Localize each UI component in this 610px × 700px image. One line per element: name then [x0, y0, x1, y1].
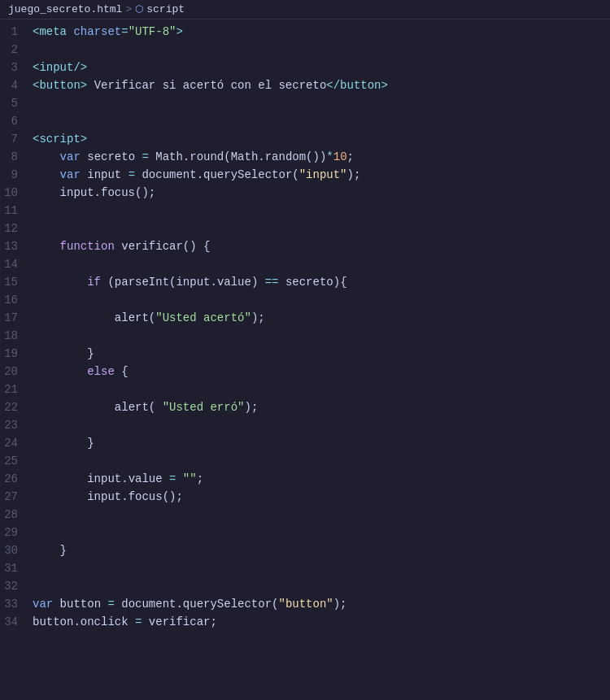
code-line: 25: [0, 452, 610, 470]
code-line: 23: [0, 416, 610, 434]
line-number: 32: [0, 577, 31, 595]
breadcrumb-bar: juego_secreto.html > ⬡ script: [0, 0, 610, 20]
line-number: 11: [0, 202, 31, 220]
line-number: 14: [0, 255, 31, 273]
line-number: 12: [0, 220, 31, 237]
line-number: 27: [0, 488, 31, 506]
line-number: 13: [0, 237, 31, 255]
line-number: 26: [0, 470, 31, 488]
code-line: 1<meta charset="UTF-8">: [0, 23, 610, 41]
line-content: [31, 380, 610, 398]
line-content: input.focus();: [31, 184, 610, 202]
line-content: [31, 202, 610, 220]
line-number: 3: [0, 59, 31, 76]
code-editor: 1<meta charset="UTF-8">2 3<input/>4<butt…: [0, 20, 610, 631]
code-line: 17 alert("Usted acertó");: [0, 309, 610, 327]
code-line: 22 alert( "Usted erró");: [0, 398, 610, 416]
line-number: 2: [0, 41, 31, 59]
code-line: 20 else {: [0, 363, 610, 380]
code-line: 14: [0, 255, 610, 273]
line-number: 24: [0, 434, 31, 452]
code-line: 9 var input = document.querySelector("in…: [0, 166, 610, 184]
line-content: [31, 506, 610, 524]
code-line: 34button.onclick = verificar;: [0, 613, 610, 631]
line-number: 16: [0, 291, 31, 309]
code-line: 16: [0, 291, 610, 309]
line-number: 15: [0, 273, 31, 291]
code-line: 18: [0, 327, 610, 345]
code-line: 15 if (parseInt(input.value) == secreto)…: [0, 273, 610, 291]
breadcrumb-file: juego_secreto.html: [8, 3, 122, 15]
line-number: 34: [0, 613, 31, 631]
breadcrumb-separator: >: [125, 3, 132, 15]
line-number: 17: [0, 309, 31, 327]
line-content: [31, 577, 610, 595]
line-number: 20: [0, 363, 31, 380]
line-content: [31, 220, 610, 237]
line-number: 1: [0, 23, 31, 41]
line-number: 9: [0, 166, 31, 184]
line-content: }: [31, 434, 610, 452]
breadcrumb-section: script: [146, 3, 185, 15]
line-number: 5: [0, 94, 31, 112]
code-line: 21: [0, 380, 610, 398]
line-content: button.onclick = verificar;: [31, 613, 610, 631]
line-content: [31, 112, 610, 130]
code-line: 5: [0, 94, 610, 112]
line-content: }: [31, 345, 610, 363]
code-line: 6: [0, 112, 610, 130]
line-number: 6: [0, 112, 31, 130]
line-number: 8: [0, 148, 31, 166]
code-line: 31: [0, 559, 610, 577]
line-number: 25: [0, 452, 31, 470]
line-content: <meta charset="UTF-8">: [31, 23, 610, 41]
line-content: [31, 255, 610, 273]
line-content: [31, 94, 610, 112]
code-line: 24 }: [0, 434, 610, 452]
line-number: 31: [0, 559, 31, 577]
line-content: <script>: [31, 130, 610, 148]
code-line: 30 }: [0, 541, 610, 559]
line-content: [31, 41, 610, 59]
code-line: 29: [0, 524, 610, 541]
line-number: 28: [0, 506, 31, 524]
line-number: 22: [0, 398, 31, 416]
line-number: 21: [0, 380, 31, 398]
line-content: }: [31, 541, 610, 559]
code-line: 26 input.value = "";: [0, 470, 610, 488]
line-content: [31, 416, 610, 434]
line-content: [31, 291, 610, 309]
line-number: 10: [0, 184, 31, 202]
line-content: alert( "Usted erró");: [31, 398, 610, 416]
line-content: else {: [31, 363, 610, 380]
line-content: function verificar() {: [31, 237, 610, 255]
code-line: 13 function verificar() {: [0, 237, 610, 255]
code-line: 4<button> Verificar si acertó con el sec…: [0, 76, 610, 94]
line-content: [31, 327, 610, 345]
code-line: 32: [0, 577, 610, 595]
line-number: 23: [0, 416, 31, 434]
breadcrumb-script-icon: ⬡: [135, 3, 143, 15]
code-line: 33var button = document.querySelector("b…: [0, 595, 610, 613]
line-number: 19: [0, 345, 31, 363]
line-number: 30: [0, 541, 31, 559]
code-line: 19 }: [0, 345, 610, 363]
line-content: alert("Usted acertó");: [31, 309, 610, 327]
code-line: 8 var secreto = Math.round(Math.random()…: [0, 148, 610, 166]
line-content: <input/>: [31, 59, 610, 76]
line-number: 4: [0, 76, 31, 94]
line-number: 7: [0, 130, 31, 148]
code-line: 28: [0, 506, 610, 524]
code-line: 2: [0, 41, 610, 59]
line-content: [31, 524, 610, 541]
line-content: input.value = "";: [31, 470, 610, 488]
line-content: input.focus();: [31, 488, 610, 506]
code-line: 3<input/>: [0, 59, 610, 76]
line-content: var button = document.querySelector("but…: [31, 595, 610, 613]
code-line: 10 input.focus();: [0, 184, 610, 202]
code-line: 12: [0, 220, 610, 237]
line-content: var secreto = Math.round(Math.random())*…: [31, 148, 610, 166]
line-number: 29: [0, 524, 31, 541]
code-line: 27 input.focus();: [0, 488, 610, 506]
line-number: 33: [0, 595, 31, 613]
